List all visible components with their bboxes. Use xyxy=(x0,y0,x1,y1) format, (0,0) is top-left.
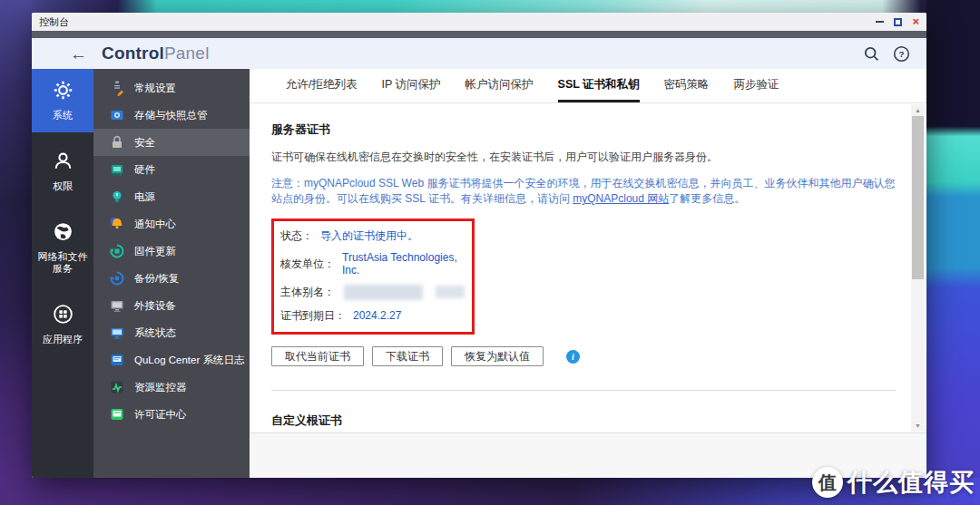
settings-sidebar: 常规设置 存储与快照总管 安全 硬件 电源 xyxy=(93,69,250,478)
server-certificate-note: 注意：myQNAPcloud SSL Web 服务证书将提供一个安全的环境，用于… xyxy=(271,176,896,207)
tab-two-step-verification[interactable]: 两步验证 xyxy=(734,69,779,102)
cert-expiry-value: 2024.2.27 xyxy=(353,309,401,322)
power-bulb-icon xyxy=(109,189,125,205)
vertical-scrollbar[interactable]: ▲ ▼ xyxy=(911,104,925,432)
nav-item-label: 应用程序 xyxy=(43,334,83,345)
nav-item-label: 系统 xyxy=(53,110,73,121)
desktop: 控制台 × ← ControlPanel ? xyxy=(0,0,980,505)
tab-ip-access-protection[interactable]: IP 访问保护 xyxy=(381,69,440,102)
cert-expiry-label: 证书到期日： xyxy=(280,308,346,324)
cert-issuer-label: 核发单位： xyxy=(280,257,335,272)
clipboard-icon xyxy=(109,80,125,96)
section-divider xyxy=(271,390,896,391)
page-title-light: Panel xyxy=(164,44,210,63)
sidebar-item-label: 固件更新 xyxy=(134,245,176,258)
tab-allow-deny-list[interactable]: 允许/拒绝列表 xyxy=(286,69,357,102)
sidebar-item-security[interactable]: 安全 xyxy=(93,129,250,156)
sidebar-item-power[interactable]: 电源 xyxy=(93,183,250,210)
nav-item-system[interactable]: 系统 xyxy=(32,69,93,132)
sidebar-item-system-status[interactable]: 系统状态 xyxy=(93,319,250,346)
maximize-icon[interactable] xyxy=(894,18,902,26)
smzdm-badge-icon: 值 xyxy=(812,467,843,498)
certificate-info-highlight-box: 状态： 导入的证书使用中。 核发单位： TrustAsia Technologi… xyxy=(271,219,475,335)
sidebar-item-label: 许可证中心 xyxy=(134,408,187,422)
cert-issuer-row: 核发单位： TrustAsia Technologies, Inc. xyxy=(280,251,465,277)
sidebar-item-backup-restore[interactable]: 备份/恢复 xyxy=(93,265,250,292)
redacted-value xyxy=(436,286,465,298)
info-icon[interactable]: i xyxy=(566,350,580,364)
sidebar-item-hardware[interactable]: 硬件 xyxy=(93,156,250,183)
globe-icon xyxy=(52,220,74,246)
cert-status-value: 导入的证书使用中。 xyxy=(320,228,418,244)
apps-grid-icon xyxy=(52,303,74,328)
tab-password-policy[interactable]: 密码策略 xyxy=(664,69,710,102)
tab-account-access-protection[interactable]: 帐户访问保护 xyxy=(466,69,534,102)
server-certificate-heading: 服务器证书 xyxy=(271,121,896,138)
nav-item-label: 权限 xyxy=(53,180,73,192)
server-certificate-description: 证书可确保在线机密信息在交换时的安全性，在安装证书后，用户可以验证用户服务器身份… xyxy=(271,150,896,165)
minimize-icon[interactable] xyxy=(876,21,884,23)
sidebar-item-label: 常规设置 xyxy=(134,82,176,95)
tab-ssl-certificate[interactable]: SSL 证书和私钥 xyxy=(558,69,640,102)
log-icon xyxy=(109,352,125,368)
replace-certificate-button[interactable]: 取代当前证书 xyxy=(271,346,364,366)
gear-icon xyxy=(52,79,74,104)
search-icon[interactable] xyxy=(863,45,880,63)
desktop-wallpaper-right xyxy=(926,0,980,505)
myqnapcloud-link[interactable]: myQNAPcloud 网站 xyxy=(573,192,669,205)
restore-default-button[interactable]: 恢复为默认值 xyxy=(451,346,544,366)
nav-item-privilege[interactable]: 权限 xyxy=(32,140,93,203)
chip-icon xyxy=(109,161,125,178)
sidebar-item-resource-monitor[interactable]: 资源监控器 xyxy=(93,374,250,401)
nav-item-applications[interactable]: 应用程序 xyxy=(32,293,93,356)
sidebar-item-notification-center[interactable]: 通知中心 xyxy=(93,210,250,238)
sidebar-item-label: 电源 xyxy=(134,190,155,204)
close-icon[interactable]: × xyxy=(912,17,919,26)
bell-icon xyxy=(109,216,125,232)
app-header: ← ControlPanel ? xyxy=(32,38,926,69)
scroll-up-icon[interactable]: ▲ xyxy=(911,104,925,116)
cert-status-label: 状态： xyxy=(280,228,313,244)
storage-icon xyxy=(109,107,125,123)
sidebar-item-general-settings[interactable]: 常规设置 xyxy=(93,74,250,102)
sidebar-item-label: 存储与快照总管 xyxy=(134,109,208,122)
category-nav: 系统 权限 网络和文件服务 xyxy=(32,69,93,478)
sidebar-item-label: 通知中心 xyxy=(134,218,176,231)
main-content: 允许/拒绝列表 IP 访问保护 帐户访问保护 SSL 证书和私钥 密码策略 两步… xyxy=(250,69,926,478)
cert-subject-alt-name-row: 主体别名： xyxy=(280,284,465,300)
desktop-wallpaper-top xyxy=(0,0,980,13)
sidebar-item-label: 系统状态 xyxy=(134,326,176,340)
sidebar-item-license-center[interactable]: 许可证中心 xyxy=(93,401,250,428)
desktop-wallpaper-left xyxy=(0,0,32,505)
page-title-bold: Control xyxy=(102,44,164,63)
nav-item-network-services[interactable]: 网络和文件服务 xyxy=(32,210,93,286)
external-device-icon xyxy=(109,297,125,314)
ssl-certificate-page: 服务器证书 证书可确保在线机密信息在交换时的安全性，在安装证书后，用户可以验证用… xyxy=(250,103,926,457)
sidebar-item-qulog-center[interactable]: QuLog Center 系统日志 xyxy=(93,346,250,374)
cert-status-row: 状态： 导入的证书使用中。 xyxy=(280,228,465,244)
download-certificate-button[interactable]: 下载证书 xyxy=(372,346,443,366)
sidebar-item-firmware-update[interactable]: 固件更新 xyxy=(93,238,250,265)
scrollbar-thumb[interactable] xyxy=(912,116,924,279)
cert-subject-alt-name-label: 主体别名： xyxy=(280,285,335,300)
update-arrows-icon xyxy=(109,243,125,259)
window-divider-strip xyxy=(32,31,926,38)
sidebar-item-storage-snapshots[interactable]: 存储与快照总管 xyxy=(93,102,250,129)
sidebar-item-external-device[interactable]: 外接设备 xyxy=(93,292,250,319)
monitor-icon xyxy=(109,325,125,341)
sidebar-item-label: 外接设备 xyxy=(134,299,176,313)
cert-issuer-value: TrustAsia Technologies, Inc. xyxy=(342,251,465,277)
help-icon[interactable]: ? xyxy=(893,45,910,63)
page-title: ControlPanel xyxy=(102,44,210,63)
window-titlebar: 控制台 × xyxy=(32,13,926,31)
sidebar-item-label: 备份/恢复 xyxy=(134,272,179,286)
smzdm-watermark-text: 什么值得买 xyxy=(848,466,975,499)
pulse-monitor-icon xyxy=(109,379,125,395)
note-text-suffix: 了解更多信息。 xyxy=(669,192,745,205)
certificate-actions: 取代当前证书 下载证书 恢复为默认值 i xyxy=(271,346,896,366)
scroll-down-icon[interactable]: ▼ xyxy=(911,420,925,432)
lock-icon xyxy=(109,134,125,151)
svg-text:?: ? xyxy=(898,48,904,58)
back-arrow-icon[interactable]: ← xyxy=(70,45,87,63)
window-title: 控制台 xyxy=(39,15,69,29)
